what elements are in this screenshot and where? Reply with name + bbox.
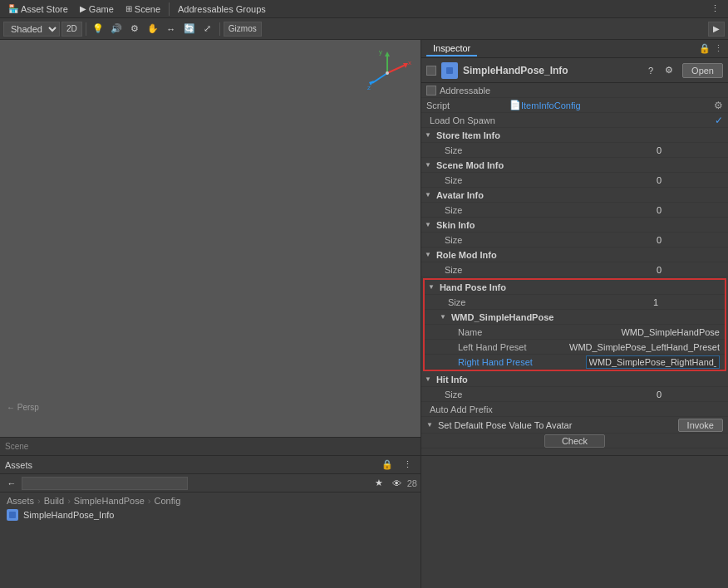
menu-game[interactable]: ▶ Game bbox=[75, 2, 119, 16]
menu-more[interactable]: ⋮ bbox=[706, 2, 725, 16]
avatar-size-label: Size bbox=[441, 205, 657, 215]
open-button[interactable]: Open bbox=[682, 63, 723, 78]
scene-mod-triangle: ▼ bbox=[425, 161, 431, 169]
breadcrumb-config[interactable]: Config bbox=[155, 496, 181, 506]
asset-lock-btn[interactable]: 🔒 bbox=[379, 457, 396, 473]
toolbar-icon-3[interactable]: ⚙ bbox=[126, 21, 143, 37]
toolbar-icon-7[interactable]: ⤢ bbox=[199, 21, 216, 37]
scene-mod-size-value: 0 bbox=[657, 175, 723, 185]
load-on-spawn-check[interactable]: ✓ bbox=[715, 115, 723, 126]
load-on-spawn-label: Load On Spawn bbox=[426, 115, 715, 125]
skin-size-value: 0 bbox=[657, 235, 723, 245]
breadcrumb-build[interactable]: Build bbox=[44, 496, 64, 506]
scene-mod-info-section[interactable]: ▼ Scene Mod Info bbox=[421, 158, 728, 173]
wmd-left-value: WMD_SimplePose_LeftHand_Preset bbox=[569, 342, 720, 352]
scene-content[interactable]: y x z ← Persp bbox=[0, 40, 421, 437]
main-layout: y x z ← Persp Scene Inspector 🔒 ⋮ bbox=[0, 40, 728, 455]
avatar-size-row: Size 0 bbox=[421, 203, 728, 218]
toolbar-icon-5[interactable]: ↔ bbox=[163, 21, 180, 37]
menu-addressables[interactable]: Addressables Groups bbox=[173, 2, 271, 16]
asset-nav-btn[interactable]: ← bbox=[3, 475, 20, 492]
menu-asset-store[interactable]: 🏪 Asset Store bbox=[3, 2, 73, 16]
script-value: ItemInfoConfig bbox=[521, 100, 714, 110]
set-default-label: Set Default Pose Value To Avatar bbox=[438, 420, 678, 430]
toolbar-icon-1[interactable]: 💡 bbox=[90, 21, 106, 37]
toolbar: Shaded 2D 💡 🔊 ⚙ ✋ ↔ 🔄 ⤢ Gizmos ▶ bbox=[0, 18, 728, 40]
file-name: SimpleHandPose_Info bbox=[23, 510, 114, 520]
asset-search[interactable] bbox=[22, 477, 188, 490]
shading-dropdown[interactable]: Shaded bbox=[3, 22, 60, 37]
tab-inspector[interactable]: Inspector bbox=[426, 42, 477, 56]
toolbar-icon-4[interactable]: ✋ bbox=[145, 21, 161, 37]
hand-pose-info-section[interactable]: ▼ Hand Pose Info bbox=[425, 280, 725, 295]
menu-scene[interactable]: ⊞ Scene bbox=[121, 2, 165, 16]
store-item-size-value: 0 bbox=[657, 145, 723, 155]
script-file-icon: 📄 bbox=[509, 100, 521, 110]
auto-add-prefix-label: Auto Add Prefix bbox=[426, 404, 723, 414]
check-row: Check bbox=[421, 434, 728, 448]
asset-count: 28 bbox=[407, 478, 417, 488]
hit-info-section[interactable]: ▼ Hit Info bbox=[421, 372, 728, 387]
scene-mod-info-label: Scene Mod Info bbox=[436, 160, 504, 170]
scene-bottom: Scene bbox=[0, 437, 421, 455]
svg-line-2 bbox=[387, 65, 406, 73]
game-icon: ▶ bbox=[80, 4, 86, 13]
object-active-checkbox[interactable] bbox=[426, 66, 436, 76]
role-mod-info-label: Role Mod Info bbox=[436, 250, 497, 260]
addressable-row: Addressable bbox=[421, 83, 728, 98]
2d-btn[interactable]: 2D bbox=[61, 22, 82, 37]
hit-info-triangle: ▼ bbox=[425, 375, 431, 383]
store-item-size-row: Size 0 bbox=[421, 143, 728, 158]
skin-info-label: Skin Info bbox=[436, 220, 475, 230]
inspector-settings-btn[interactable]: ⚙ bbox=[661, 62, 677, 79]
load-on-spawn-row: Load On Spawn ✓ bbox=[421, 113, 728, 128]
gizmos-btn[interactable]: Gizmos bbox=[224, 22, 262, 37]
toolbar-icon-6[interactable]: 🔄 bbox=[181, 21, 198, 37]
breadcrumb-sep-2: › bbox=[67, 496, 71, 506]
svg-marker-1 bbox=[385, 51, 390, 56]
skin-info-section[interactable]: ▼ Skin Info bbox=[421, 218, 728, 233]
invoke-button[interactable]: Invoke bbox=[678, 419, 723, 432]
inspector-lock[interactable]: 🔒 bbox=[699, 43, 711, 54]
store-item-info-label: Store Item Info bbox=[436, 130, 500, 140]
svg-text:y: y bbox=[379, 48, 382, 56]
asset-star-btn[interactable]: ★ bbox=[371, 475, 387, 492]
more-btn[interactable]: ▶ bbox=[708, 22, 725, 37]
avatar-info-section[interactable]: ▼ Avatar Info bbox=[421, 188, 728, 203]
file-icon bbox=[7, 509, 18, 521]
store-item-size-label: Size bbox=[441, 145, 657, 155]
breadcrumb-sep-3: › bbox=[148, 496, 151, 506]
object-name: SimpleHandPose_Info bbox=[463, 65, 637, 76]
hand-pose-size-row: Size 1 bbox=[425, 295, 725, 310]
role-mod-info-section[interactable]: ▼ Role Mod Info bbox=[421, 247, 728, 262]
asset-content: Assets › Build › SimpleHandPose › Config… bbox=[0, 492, 421, 588]
toolbar-icon-2[interactable]: 🔊 bbox=[108, 21, 125, 37]
hand-pose-size-value: 1 bbox=[653, 297, 720, 307]
addressable-label: Addressable bbox=[436, 86, 723, 96]
addressable-checkbox[interactable] bbox=[426, 86, 436, 96]
store-item-info-section[interactable]: ▼ Store Item Info bbox=[421, 128, 728, 143]
persp-label: ← Persp bbox=[7, 403, 39, 412]
inspector-object-toolbar: SimpleHandPose_Info ? ⚙ Open bbox=[421, 58, 728, 83]
avatar-triangle: ▼ bbox=[425, 191, 431, 198]
skin-triangle: ▼ bbox=[425, 221, 431, 228]
hand-pose-triangle: ▼ bbox=[428, 283, 435, 291]
script-row: Script 📄 ItemInfoConfig ⚙ bbox=[421, 98, 728, 113]
inspector-panel: Inspector 🔒 ⋮ SimpleHandPose_Info ? ⚙ Op… bbox=[421, 40, 728, 455]
wmd-right-value-input[interactable] bbox=[586, 355, 721, 369]
script-gear-icon[interactable]: ⚙ bbox=[714, 100, 723, 111]
asset-more-btn[interactable]: ⋮ bbox=[399, 457, 416, 473]
asset-eye-btn[interactable]: 👁 bbox=[389, 475, 406, 492]
inspector-help-btn[interactable]: ? bbox=[642, 62, 659, 79]
file-item-simplehandpose[interactable]: SimpleHandPose_Info bbox=[0, 507, 421, 522]
inspector-content[interactable]: Addressable Script 📄 ItemInfoConfig ⚙ Lo… bbox=[421, 83, 728, 455]
asset-store-icon: 🏪 bbox=[8, 4, 18, 13]
asset-title: Assets bbox=[5, 460, 32, 470]
check-button[interactable]: Check bbox=[544, 434, 605, 448]
inspector-more[interactable]: ⋮ bbox=[714, 43, 723, 54]
breadcrumb-simplehandpose[interactable]: SimpleHandPose bbox=[74, 496, 145, 506]
wmd-simple-handpose-section[interactable]: ▼ WMD_SimpleHandPose bbox=[425, 310, 725, 325]
breadcrumb-assets[interactable]: Assets bbox=[7, 496, 34, 506]
skin-size-label: Size bbox=[441, 235, 657, 245]
hand-pose-size-label: Size bbox=[445, 297, 653, 307]
